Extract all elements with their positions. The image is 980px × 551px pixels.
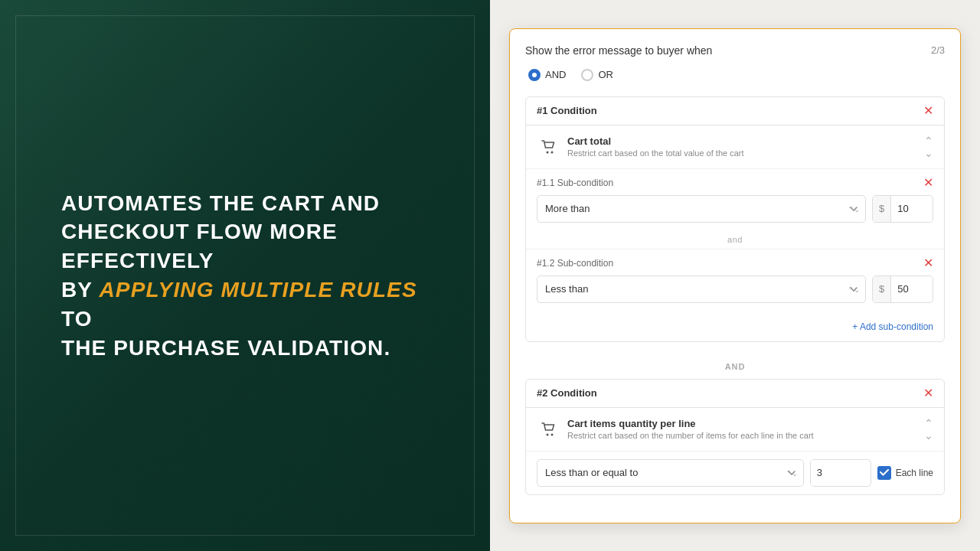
hero-line3-before: BY xyxy=(61,278,100,302)
sub-condition-1-1-row: More than Less than Less than or equal t… xyxy=(537,195,933,223)
cart-icon xyxy=(537,135,561,159)
radio-or[interactable]: OR xyxy=(581,69,613,81)
sub-condition-1-1: #1.1 Sub-condition ✕ More than Less than… xyxy=(526,168,944,230)
condition-2-operator-select[interactable]: More than Less than Less than or equal t… xyxy=(537,459,804,487)
sub-condition-1-1-operator-wrap: More than Less than Less than or equal t… xyxy=(537,195,866,223)
sub-condition-1-1-operator-select[interactable]: More than Less than Less than or equal t… xyxy=(537,195,866,223)
sub-condition-1-2-row: More than Less than Less than or equal t… xyxy=(537,276,933,303)
radio-or-circle xyxy=(581,69,593,81)
sub-condition-1-2-operator-wrap: More than Less than Less than or equal t… xyxy=(537,276,866,303)
svg-point-1 xyxy=(551,151,554,153)
sub-condition-1-1-currency: $ xyxy=(873,196,891,222)
condition-1-header: #1 Condition ✕ xyxy=(526,97,944,126)
svg-point-2 xyxy=(547,433,549,435)
each-line-label: Each line xyxy=(896,468,933,478)
condition-2-value-input[interactable] xyxy=(811,460,857,486)
left-panel: AUTOMATES THE CART AND CHECKOUT FLOW MOR… xyxy=(0,0,490,551)
condition-2-value-wrap xyxy=(810,459,871,487)
condition-2-close-icon[interactable]: ✕ xyxy=(923,387,933,399)
condition-2-operator-wrap: More than Less than Less than or equal t… xyxy=(537,459,804,487)
sub-condition-1-1-title: #1.1 Sub-condition xyxy=(537,178,613,188)
sub-condition-1-2: #1.2 Sub-condition ✕ More than Less than… xyxy=(526,249,944,311)
each-line-checkbox[interactable] xyxy=(877,466,891,480)
condition-1-selector[interactable]: Cart total Restrict cart based on the to… xyxy=(526,126,944,168)
hero-highlight: APPLYING MULTIPLE RULES xyxy=(100,278,417,302)
condition-2-sub-condition-row: More than Less than Less than or equal t… xyxy=(537,459,933,487)
sub-condition-1-2-value-input[interactable] xyxy=(891,276,929,302)
condition-1-selector-info: Cart total Restrict cart based on the to… xyxy=(567,135,918,158)
main-card: Show the error message to buyer when 2/3… xyxy=(509,28,961,523)
sub-condition-1-2-title: #1.2 Sub-condition xyxy=(537,258,613,269)
and-separator-1: and xyxy=(526,230,944,249)
svg-point-3 xyxy=(551,433,554,435)
add-sub-condition-button[interactable]: + Add sub-condition xyxy=(852,321,933,332)
sub-condition-1-2-value-wrap: $ xyxy=(872,276,933,303)
right-panel: Show the error message to buyer when 2/3… xyxy=(490,0,980,551)
condition-2-selector-info: Cart items quantity per line Restrict ca… xyxy=(567,418,918,440)
condition-2-selector-arrows[interactable]: ⌃⌄ xyxy=(924,417,933,442)
card-header: Show the error message to buyer when 2/3 xyxy=(525,44,945,57)
add-sub-condition-wrapper: + Add sub-condition xyxy=(526,311,944,341)
condition-2-title: #2 Condition xyxy=(537,387,597,399)
sub-condition-1-2-currency: $ xyxy=(873,276,891,302)
sub-condition-1-1-header: #1.1 Sub-condition ✕ xyxy=(537,177,933,189)
radio-and-circle xyxy=(528,69,541,81)
condition-2-header: #2 Condition ✕ xyxy=(526,380,944,408)
condition-2-sub-condition: More than Less than Less than or equal t… xyxy=(526,451,944,494)
hero-text: AUTOMATES THE CART AND CHECKOUT FLOW MOR… xyxy=(61,189,429,363)
condition-1-close-icon[interactable]: ✕ xyxy=(923,105,933,117)
radio-and-label: AND xyxy=(545,69,566,80)
condition-2-selector[interactable]: Cart items quantity per line Restrict ca… xyxy=(526,408,944,451)
sub-condition-1-1-value-wrap: $ xyxy=(872,195,933,223)
sub-condition-1-2-operator-select[interactable]: More than Less than Less than or equal t… xyxy=(537,276,866,303)
AND-separator: AND xyxy=(525,354,945,379)
sub-condition-1-2-header: #1.2 Sub-condition ✕ xyxy=(537,257,933,269)
card-header-step: 2/3 xyxy=(931,44,945,56)
condition-2-selector-title: Cart items quantity per line xyxy=(567,418,918,429)
radio-and[interactable]: AND xyxy=(528,69,566,81)
condition-2-block: #2 Condition ✕ Cart items quantity per l… xyxy=(525,379,945,495)
add-sub-condition: + Add sub-condition xyxy=(537,318,933,334)
condition-2-selector-desc: Restrict cart based on the number of ite… xyxy=(567,431,918,440)
sub-condition-1-1-value-input[interactable] xyxy=(891,196,929,222)
hero-line1: AUTOMATES THE CART AND xyxy=(61,191,380,215)
sub-condition-1-2-close-icon[interactable]: ✕ xyxy=(923,257,933,269)
card-header-title: Show the error message to buyer when xyxy=(525,44,712,57)
each-line-checkbox-wrap: Each line xyxy=(877,466,933,480)
hero-line3-after: TO xyxy=(61,307,93,331)
condition-1-block: #1 Condition ✕ Cart total Restrict cart … xyxy=(525,96,945,342)
condition-2-cart-icon xyxy=(537,417,561,442)
condition-1-title: #1 Condition xyxy=(537,105,597,116)
svg-point-0 xyxy=(547,151,549,153)
condition-1-selector-arrows[interactable]: ⌃⌄ xyxy=(924,135,933,159)
condition-1-selector-title: Cart total xyxy=(567,135,918,147)
sub-condition-1-1-close-icon[interactable]: ✕ xyxy=(923,177,933,189)
hero-line4: THE PURCHASE VALIDATION. xyxy=(61,336,390,360)
condition-1-selector-desc: Restrict cart based on the total value o… xyxy=(567,148,918,158)
radio-or-label: OR xyxy=(598,69,613,80)
hero-line2: CHECKOUT FLOW MORE EFFECTIVELY xyxy=(61,220,338,272)
logic-radio-group: AND OR xyxy=(525,69,945,81)
